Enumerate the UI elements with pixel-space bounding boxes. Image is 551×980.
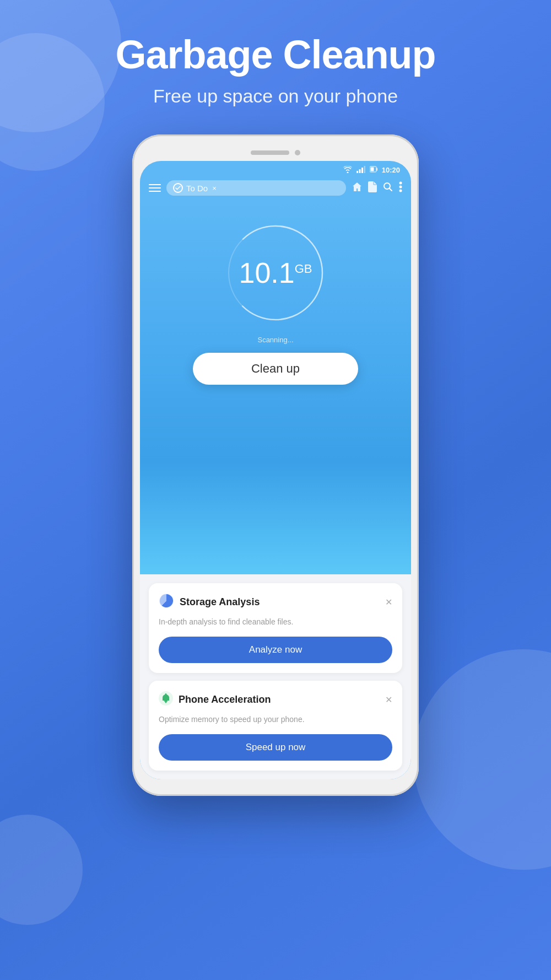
status-bar: 10:20 xyxy=(140,161,411,177)
storage-card-description: In-depth analysis to find cleanable file… xyxy=(159,616,392,628)
main-content: 10.1GB Scanning... Clean up xyxy=(140,201,411,574)
svg-rect-6 xyxy=(370,168,374,171)
file-icon[interactable] xyxy=(368,181,377,195)
status-time: 10:20 xyxy=(382,166,400,174)
storage-card-close[interactable]: ✕ xyxy=(385,597,392,607)
phone-card-header: Phone Acceleration ✕ xyxy=(159,691,392,708)
header-section: Garbage Cleanup Free up space on your ph… xyxy=(115,33,435,107)
analyze-now-button[interactable]: Analyze now xyxy=(159,637,392,663)
speed-up-button[interactable]: Speed up now xyxy=(159,734,392,761)
svg-point-17 xyxy=(165,693,167,695)
phone-camera xyxy=(295,150,300,155)
phone-top-bar xyxy=(140,146,411,161)
storage-gauge: 10.1GB xyxy=(220,218,331,328)
phone-acceleration-icon xyxy=(159,691,173,708)
wifi-icon xyxy=(343,166,352,175)
phone-card-description: Optimize memory to speed up your phone. xyxy=(159,714,392,725)
bg-decoration-4 xyxy=(0,815,83,925)
svg-rect-0 xyxy=(356,171,358,173)
home-icon[interactable] xyxy=(352,181,363,195)
hamburger-menu[interactable] xyxy=(149,184,161,192)
signal-icon xyxy=(356,166,365,175)
app-bar: To Do × xyxy=(140,177,411,201)
svg-point-16 xyxy=(165,702,167,703)
phone-screen: 10:20 To Do × xyxy=(140,161,411,779)
storage-analysis-icon xyxy=(159,593,174,611)
gauge-value-container: 10.1GB xyxy=(239,259,312,287)
storage-analysis-card: Storage Analysis ✕ In-depth analysis to … xyxy=(149,583,402,673)
page-title: Garbage Cleanup xyxy=(115,33,435,77)
svg-rect-5 xyxy=(376,168,377,171)
phone-acceleration-card: Phone Acceleration ✕ Optimize memory to … xyxy=(149,681,402,771)
storage-card-title: Storage Analysis xyxy=(180,596,260,608)
phone-card-title: Phone Acceleration xyxy=(179,694,271,706)
svg-point-8 xyxy=(399,182,402,185)
bg-decoration-3 xyxy=(413,649,551,870)
phone-card-header-left: Phone Acceleration xyxy=(159,691,271,708)
cleanup-button[interactable]: Clean up xyxy=(193,353,358,385)
gauge-unit: GB xyxy=(295,262,312,276)
svg-rect-1 xyxy=(359,169,360,173)
hamburger-line-3 xyxy=(149,191,161,192)
hamburger-line-1 xyxy=(149,184,161,185)
todo-pill[interactable]: To Do × xyxy=(166,180,346,196)
todo-check-icon xyxy=(173,183,183,193)
todo-close-icon[interactable]: × xyxy=(212,184,217,192)
storage-card-header-left: Storage Analysis xyxy=(159,593,260,611)
cards-section: Storage Analysis ✕ In-depth analysis to … xyxy=(140,574,411,779)
hamburger-line-2 xyxy=(149,187,161,189)
more-options-icon[interactable] xyxy=(399,181,402,195)
gauge-number: 10.1 xyxy=(239,257,294,289)
phone-speaker xyxy=(251,150,289,155)
svg-point-9 xyxy=(399,186,402,189)
search-icon[interactable] xyxy=(382,181,393,195)
battery-icon xyxy=(370,165,377,175)
svg-point-10 xyxy=(399,190,402,192)
svg-rect-2 xyxy=(361,168,363,173)
phone-card-close[interactable]: ✕ xyxy=(385,694,392,705)
todo-label: To Do xyxy=(186,184,208,193)
phone-mockup: 10:20 To Do × xyxy=(132,134,419,796)
scanning-status: Scanning... xyxy=(257,336,293,344)
svg-rect-3 xyxy=(364,166,365,173)
page-subtitle: Free up space on your phone xyxy=(115,85,435,107)
gauge-display: 10.1GB xyxy=(239,259,312,287)
storage-card-header: Storage Analysis ✕ xyxy=(159,593,392,611)
